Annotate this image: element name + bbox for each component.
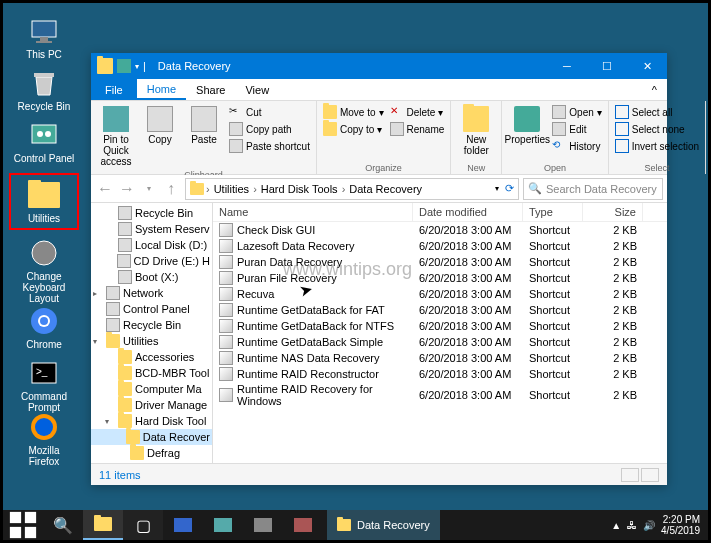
chevron-right-icon[interactable]: › xyxy=(342,183,346,195)
new-folder-button[interactable]: New folder xyxy=(455,104,497,162)
icons-view-button[interactable] xyxy=(641,468,659,482)
copy-path-button[interactable]: Copy path xyxy=(227,121,312,137)
chevron-right-icon[interactable]: › xyxy=(206,183,210,195)
tree-item[interactable]: Boot (X:) xyxy=(91,269,212,285)
home-tab[interactable]: Home xyxy=(137,79,186,100)
delete-button[interactable]: ✕Delete ▾ xyxy=(388,104,447,120)
details-view-button[interactable] xyxy=(621,468,639,482)
tray-icon[interactable]: ▲ xyxy=(611,520,621,531)
share-tab[interactable]: Share xyxy=(186,79,235,100)
rename-button[interactable]: Rename xyxy=(388,121,447,137)
clock[interactable]: 2:20 PM 4/5/2019 xyxy=(661,514,700,536)
tree-item[interactable]: Defrag xyxy=(91,445,212,461)
up-button[interactable]: ↑ xyxy=(161,179,181,199)
running-window-button[interactable]: Data Recovery xyxy=(327,510,440,540)
file-row[interactable]: Runtime NAS Data Recovery6/20/2018 3:00 … xyxy=(213,350,667,366)
tree-item[interactable]: Recycle Bin xyxy=(91,317,212,333)
copy-button[interactable]: Copy xyxy=(139,104,181,169)
breadcrumb-seg-recovery[interactable]: Data Recovery xyxy=(347,183,424,195)
maximize-button[interactable]: ☐ xyxy=(587,53,627,79)
tree-item[interactable]: Recycle Bin xyxy=(91,205,212,221)
tree-arrow-icon[interactable]: ▾ xyxy=(105,417,115,426)
titlebar[interactable]: ▾ | Data Recovery ─ ☐ ✕ xyxy=(91,53,667,79)
tools-taskbar-button[interactable] xyxy=(163,510,203,540)
app-taskbar-button[interactable] xyxy=(203,510,243,540)
tree-item[interactable]: CD Drive (E:) H xyxy=(91,253,212,269)
tree-arrow-icon[interactable]: ▾ xyxy=(93,337,103,346)
move-to-button[interactable]: Move to ▾ xyxy=(321,104,386,120)
desktop-icon-recycle-bin[interactable]: Recycle Bin xyxy=(9,63,79,116)
back-button[interactable]: ← xyxy=(95,179,115,199)
tree-item[interactable]: Data Recover xyxy=(91,429,212,445)
properties-button[interactable]: Properties xyxy=(506,104,548,162)
file-row[interactable]: Runtime GetDataBack Simple6/20/2018 3:00… xyxy=(213,334,667,350)
breadcrumb-seg-hdtools[interactable]: Hard Disk Tools xyxy=(259,183,340,195)
nav-tree[interactable]: Recycle BinSystem ReservLocal Disk (D:)C… xyxy=(91,203,213,463)
select-none-button[interactable]: Select none xyxy=(613,121,701,137)
file-row[interactable]: Recuva6/20/2018 3:00 AMShortcut2 KB xyxy=(213,286,667,302)
column-size[interactable]: Size xyxy=(583,203,643,221)
forward-button[interactable]: → xyxy=(117,179,137,199)
column-name[interactable]: Name xyxy=(213,203,413,221)
file-row[interactable]: Check Disk GUI6/20/2018 3:00 AMShortcut2… xyxy=(213,222,667,238)
file-row[interactable]: Runtime RAID Recovery for Windows6/20/20… xyxy=(213,382,667,408)
desktop-icon-change-keyboard[interactable]: Change Keyboard Layout xyxy=(9,233,79,308)
file-row[interactable]: Runtime RAID Reconstructor6/20/2018 3:00… xyxy=(213,366,667,382)
chevron-right-icon[interactable]: › xyxy=(253,183,257,195)
history-button[interactable]: ⟲History xyxy=(550,138,603,154)
qat-button[interactable] xyxy=(117,59,131,73)
minimize-button[interactable]: ─ xyxy=(547,53,587,79)
file-row[interactable]: Runtime GetDataBack for FAT6/20/2018 3:0… xyxy=(213,302,667,318)
app2-taskbar-button[interactable] xyxy=(283,510,323,540)
tree-item[interactable]: ▾Hard Disk Tool xyxy=(91,413,212,429)
tree-item[interactable]: ▾Utilities xyxy=(91,333,212,349)
tree-item[interactable]: Control Panel xyxy=(91,301,212,317)
search-taskbar-button[interactable]: 🔍 xyxy=(43,510,83,540)
edit-button[interactable]: Edit xyxy=(550,121,603,137)
file-row[interactable]: Runtime GetDataBack for NTFS6/20/2018 3:… xyxy=(213,318,667,334)
tree-item[interactable]: Accessories xyxy=(91,349,212,365)
start-button[interactable] xyxy=(3,510,43,540)
breadcrumb[interactable]: › Utilities › Hard Disk Tools › Data Rec… xyxy=(185,178,519,200)
qat-dropdown-icon[interactable]: ▾ xyxy=(135,62,139,71)
desktop-icon-chrome[interactable]: Chrome xyxy=(9,301,79,354)
file-row[interactable]: Puran Data Recovery6/20/2018 3:00 AMShor… xyxy=(213,254,667,270)
volume-icon[interactable]: 🔊 xyxy=(643,520,655,531)
tree-item[interactable]: Driver Manage xyxy=(91,397,212,413)
desktop-icon-utilities[interactable]: Utilities xyxy=(9,173,79,230)
ribbon-collapse-icon[interactable]: ^ xyxy=(642,79,667,100)
view-tab[interactable]: View xyxy=(235,79,279,100)
tree-item[interactable]: Local Disk (D:) xyxy=(91,237,212,253)
cmd-taskbar-button[interactable]: ▢ xyxy=(123,510,163,540)
breadcrumb-dropdown-icon[interactable]: ▾ xyxy=(495,184,499,193)
search-input[interactable]: 🔍 Search Data Recovery xyxy=(523,178,663,200)
tree-item[interactable]: System Reserv xyxy=(91,221,212,237)
breadcrumb-seg-utilities[interactable]: Utilities xyxy=(212,183,251,195)
file-tab[interactable]: File xyxy=(91,79,137,100)
explorer-taskbar-button[interactable] xyxy=(83,510,123,540)
copy-to-button[interactable]: Copy to ▾ xyxy=(321,121,386,137)
tree-item[interactable]: Computer Ma xyxy=(91,381,212,397)
recent-dropdown-icon[interactable]: ▾ xyxy=(139,179,159,199)
open-button[interactable]: Open ▾ xyxy=(550,104,603,120)
invert-selection-button[interactable]: Invert selection xyxy=(613,138,701,154)
file-row[interactable]: Lazesoft Data Recovery6/20/2018 3:00 AMS… xyxy=(213,238,667,254)
file-row[interactable]: Puran File Recovery6/20/2018 3:00 AMShor… xyxy=(213,270,667,286)
tree-item[interactable]: ▸Network xyxy=(91,285,212,301)
desktop-icon-firefox[interactable]: Mozilla Firefox xyxy=(9,407,79,471)
disk-taskbar-button[interactable] xyxy=(243,510,283,540)
paste-button[interactable]: Paste xyxy=(183,104,225,169)
select-all-button[interactable]: Select all xyxy=(613,104,701,120)
column-type[interactable]: Type xyxy=(523,203,583,221)
close-button[interactable]: ✕ xyxy=(627,53,667,79)
tree-item[interactable]: BCD-MBR Tool xyxy=(91,365,212,381)
desktop-icon-control-panel[interactable]: Control Panel xyxy=(9,115,79,168)
pin-quick-access-button[interactable]: Pin to Quick access xyxy=(95,104,137,169)
paste-shortcut-button[interactable]: Paste shortcut xyxy=(227,138,312,154)
tree-arrow-icon[interactable]: ▸ xyxy=(93,289,103,298)
cut-button[interactable]: ✂Cut xyxy=(227,104,312,120)
desktop-icon-this-pc[interactable]: This PC xyxy=(9,11,79,64)
refresh-button[interactable]: ⟳ xyxy=(505,182,514,195)
column-date[interactable]: Date modified xyxy=(413,203,523,221)
network-icon[interactable]: 🖧 xyxy=(627,520,637,531)
